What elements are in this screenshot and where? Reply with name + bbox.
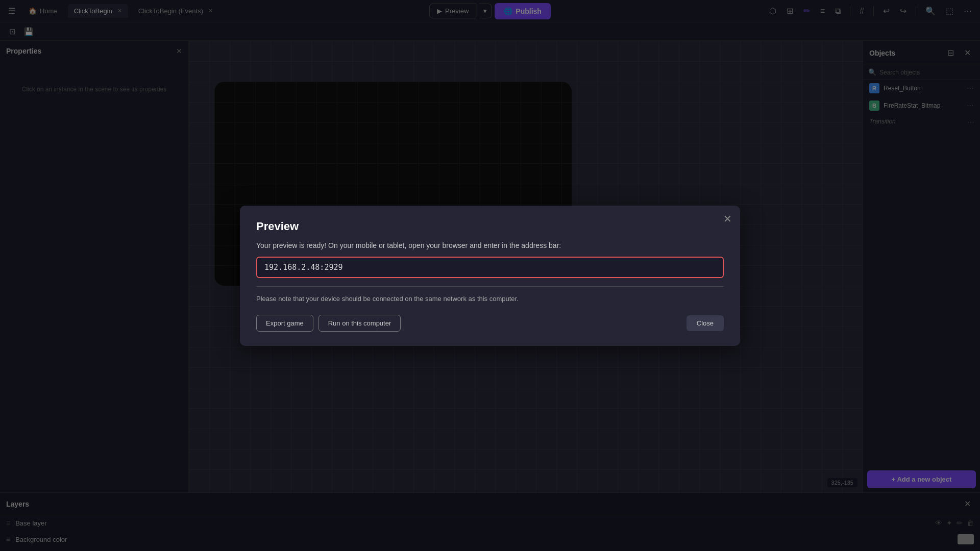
modal-note: Please note that your device should be c…	[256, 295, 724, 303]
modal-description: Your preview is ready! On your mobile or…	[256, 241, 724, 249]
run-on-computer-button[interactable]: Run on this computer	[318, 315, 401, 332]
modal-divider	[256, 286, 724, 287]
modal-address-row: 192.168.2.48:2929	[256, 257, 724, 278]
modal-close-button[interactable]: ✕	[723, 213, 732, 225]
modal-title: Preview	[256, 220, 724, 233]
modal-address: 192.168.2.48:2929	[264, 263, 716, 272]
modal-overlay[interactable]: Preview ✕ Your preview is ready! On your…	[0, 0, 980, 551]
modal-actions: Export game Run on this computer Close	[256, 315, 724, 332]
export-game-button[interactable]: Export game	[256, 315, 313, 332]
preview-modal: Preview ✕ Your preview is ready! On your…	[240, 206, 740, 346]
close-modal-button[interactable]: Close	[687, 315, 724, 331]
